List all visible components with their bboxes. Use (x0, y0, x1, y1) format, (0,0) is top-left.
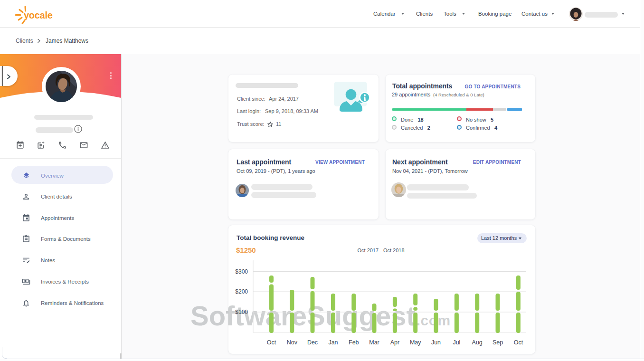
svg-text:Feb: Feb (349, 339, 359, 346)
svg-text:$100: $100 (235, 309, 248, 315)
svg-text:Jul: Jul (453, 339, 460, 346)
svg-text:Aug: Aug (472, 339, 483, 346)
svg-text:Oct: Oct (267, 339, 276, 346)
svg-text:Jun: Jun (431, 339, 441, 346)
svg-text:Nov: Nov (287, 339, 298, 346)
svg-text:Mar: Mar (369, 339, 379, 346)
svg-text:Dec: Dec (307, 339, 318, 346)
svg-text:Oct: Oct (514, 339, 523, 346)
svg-text:$200: $200 (235, 288, 248, 295)
svg-text:$300: $300 (235, 268, 248, 275)
svg-text:yocale: yocale (24, 10, 53, 20)
svg-text:May: May (410, 339, 421, 346)
svg-text:Jan: Jan (328, 339, 338, 346)
svg-text:Sep: Sep (492, 339, 503, 346)
svg-text:Apr: Apr (390, 339, 399, 346)
